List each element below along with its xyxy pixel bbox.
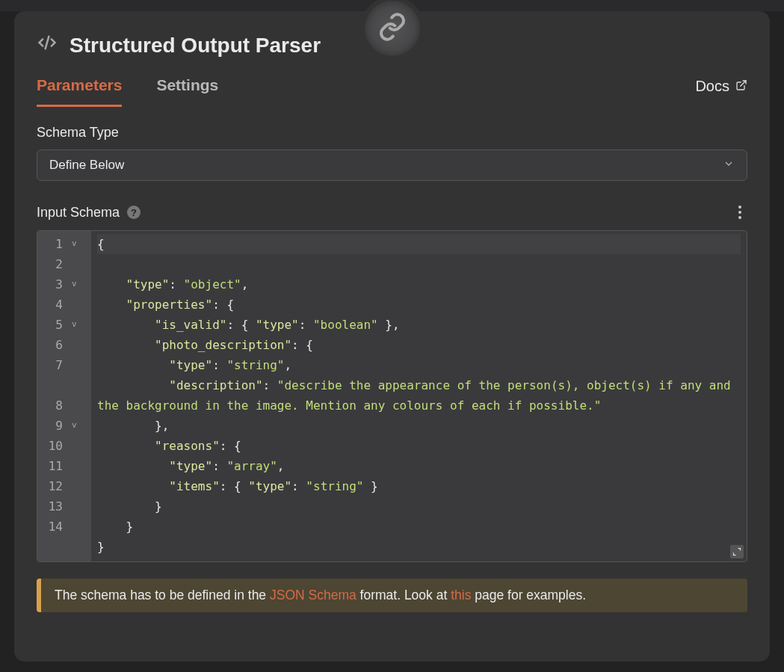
json-schema-link[interactable]: JSON Schema (270, 588, 356, 602)
editor-gutter: 1234567891011121314 (37, 231, 67, 561)
expand-editor-button[interactable] (730, 545, 744, 558)
panel-title-text: Structured Output Parser (70, 34, 321, 58)
schema-type-label: Schema Type (37, 125, 747, 141)
schema-type-value: Define Below (49, 158, 124, 173)
schema-type-dropdown[interactable]: Define Below (37, 149, 747, 181)
svg-line-0 (46, 37, 49, 49)
editor-content[interactable]: { "type": "object", "properties": { "is_… (91, 231, 747, 561)
svg-line-1 (741, 81, 746, 86)
chevron-down-icon (723, 158, 735, 173)
docs-label: Docs (695, 78, 729, 95)
docs-link[interactable]: Docs (695, 78, 747, 95)
node-config-panel: Structured Output Parser Parameters Sett… (14, 11, 770, 662)
tab-parameters[interactable]: Parameters (37, 66, 122, 107)
schema-tip: The schema has to be defined in the JSON… (37, 579, 747, 612)
schema-options-button[interactable] (732, 203, 747, 221)
link-icon (377, 12, 407, 45)
editor-fold-column[interactable]: vvvv (67, 231, 91, 561)
input-schema-label: Input Schema ? (37, 205, 141, 221)
code-editor[interactable]: 1234567891011121314 vvvv { "type": "obje… (37, 230, 747, 562)
external-link-icon (735, 78, 747, 95)
code-icon (37, 32, 58, 58)
help-icon[interactable]: ? (127, 206, 141, 219)
expand-icon (732, 542, 741, 562)
tab-settings[interactable]: Settings (156, 66, 218, 107)
examples-link[interactable]: this (451, 588, 471, 602)
